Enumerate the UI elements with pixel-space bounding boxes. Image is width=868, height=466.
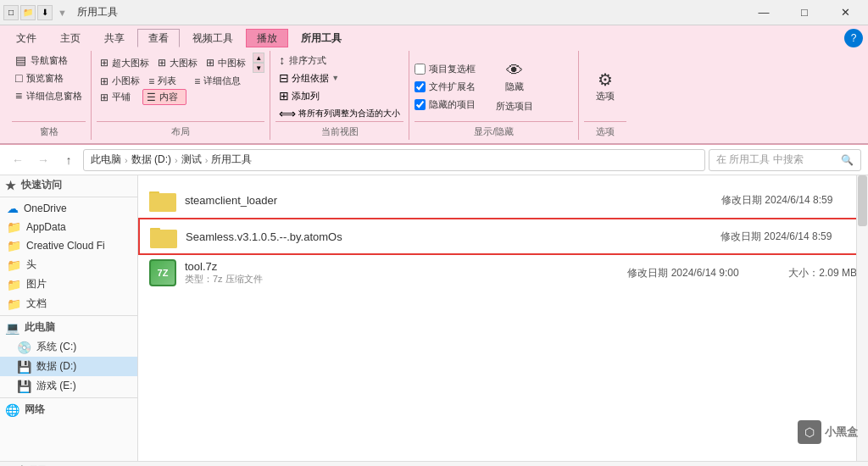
file-date-tool: 修改日期 2024/6/14 9:00	[627, 266, 763, 280]
up-button[interactable]: ↑	[58, 149, 80, 171]
sidebar-item-documents[interactable]: 📁 文档	[0, 294, 137, 313]
btn-nav-pane[interactable]: ▤ 导航窗格	[12, 53, 71, 68]
pictures-label: 图片	[26, 277, 47, 291]
sidebar-section-this-pc: 💻 此电脑	[0, 318, 137, 337]
group-label-current-view: 当前视图	[275, 121, 403, 138]
sidebar-item-head[interactable]: 📁 头	[0, 255, 137, 275]
scrollbar-thumb[interactable]	[858, 175, 867, 226]
sidebar-item-games-e[interactable]: 💾 游戏 (E:)	[0, 376, 137, 396]
btn-details-pane[interactable]: ≡ 详细信息窗格	[12, 88, 86, 103]
search-icon: 🔍	[841, 154, 854, 166]
onedrive-label: OneDrive	[24, 202, 67, 214]
ribbon-group-show-hide: 项目复选框 文件扩展名 隐藏的项目 👁 隐藏	[409, 51, 579, 140]
btn-medium[interactable]: ⊞ 中图标	[203, 56, 249, 70]
nav-bar: ← → ↑ 此电脑 › 数据 (D:) › 测试 › 所用工具 在 所用工具 中…	[0, 145, 868, 175]
file-item-tool[interactable]: 7Z tool.7z 类型：7z 压缩文件 修改日期 2024/6/14 9:0…	[138, 255, 868, 291]
tab-all-tools[interactable]: 所用工具	[290, 29, 353, 47]
sidebar-item-creative-cloud[interactable]: 📁 Creative Cloud Fi	[0, 236, 137, 255]
group-label-layout: 布局	[97, 121, 264, 138]
watermark-logo: ⬡	[798, 420, 821, 444]
qat-icon-2[interactable]: 📁	[20, 5, 36, 20]
7z-label: 7Z	[158, 268, 169, 278]
sidebar-item-pictures[interactable]: 📁 图片	[0, 275, 137, 294]
network-icon: 🌐	[5, 403, 19, 417]
file-name-steam: steamclient_loader	[185, 194, 713, 207]
tab-play[interactable]: 播放	[246, 29, 288, 47]
layout-scroll-down[interactable]: ▼	[253, 63, 264, 73]
nav-pane-icon: ▤	[15, 53, 26, 67]
search-placeholder: 在 所用工具 中搜索	[716, 153, 804, 167]
sidebar-item-data-d[interactable]: 💾 数据 (D:)	[0, 357, 137, 376]
layout-row-3: ⊞ 平铺 ☰ 内容	[97, 89, 264, 105]
btn-extra-large[interactable]: ⊞ 超大图标	[97, 56, 153, 70]
search-box[interactable]: 在 所用工具 中搜索 🔍	[709, 149, 861, 171]
head-icon: 📁	[7, 258, 21, 272]
sep-1: ›	[125, 155, 128, 165]
title-bar-left: □ 📁 ⬇ ▼ 所用工具	[3, 5, 118, 20]
appdata-icon: 📁	[7, 220, 21, 234]
file-item-seamless[interactable]: Seamless.v3.1.0.5.--.by.atomOs 修改日期 2024…	[138, 218, 868, 255]
forward-button[interactable]: →	[32, 149, 54, 171]
btn-preview-pane[interactable]: □ 预览窗格	[12, 70, 67, 86]
btn-tiles[interactable]: ⊞ 平铺	[97, 90, 141, 104]
btn-sort-by[interactable]: ↕ 排序方式	[275, 53, 330, 68]
checkbox-extensions[interactable]: 文件扩展名	[415, 80, 476, 94]
watermark: ⬡ 小黑盒	[798, 420, 858, 444]
btn-options[interactable]: ⚙ 选项	[584, 69, 626, 104]
btn-selected[interactable]: 所选项目	[492, 98, 537, 114]
file-meta-tool: 类型：7z 压缩文件	[185, 273, 619, 286]
quick-access-icon: ★	[5, 179, 16, 192]
btn-small[interactable]: ⊞ 小图标	[97, 74, 143, 88]
drive-e-icon: 💾	[17, 380, 31, 393]
maximize-button[interactable]: □	[785, 0, 824, 25]
address-bar[interactable]: 此电脑 › 数据 (D:) › 测试 › 所用工具	[83, 149, 705, 171]
help-button[interactable]: ?	[844, 29, 863, 47]
item-checkbox-input[interactable]	[415, 64, 426, 75]
file-info-seamless: Seamless.v3.1.0.5.--.by.atomOs	[186, 230, 712, 243]
options-icon: ⚙	[598, 71, 613, 88]
btn-auto-fit[interactable]: ⟺ 将所有列调整为合适的大小	[275, 106, 403, 121]
btn-list[interactable]: ≡ 列表	[145, 74, 189, 88]
qat-icon-3[interactable]: ⬇	[37, 5, 53, 20]
hidden-checkbox-input[interactable]	[415, 99, 426, 110]
checkbox-hidden[interactable]: 隐藏的项目	[415, 97, 476, 112]
head-label: 头	[26, 258, 36, 272]
tab-video-tools[interactable]: 视频工具	[181, 29, 244, 47]
btn-content[interactable]: ☰ 内容	[142, 89, 186, 105]
layout-row-2: ⊞ 小图标 ≡ 列表 ≡ 详细信息	[97, 74, 264, 88]
file-item-steam[interactable]: steamclient_loader 修改日期 2024/6/14 8:59	[138, 182, 868, 218]
checkbox-item[interactable]: 项目复选框	[415, 62, 476, 76]
btn-group-by[interactable]: ⊟ 分组依据 ▼	[275, 70, 342, 86]
btn-add-cols[interactable]: ⊞ 添加列	[275, 88, 323, 103]
back-button[interactable]: ←	[7, 149, 29, 171]
tab-file[interactable]: 文件	[5, 29, 47, 47]
sidebar-item-onedrive[interactable]: ☁ OneDrive	[0, 199, 137, 218]
svg-rect-5	[150, 230, 177, 248]
file-list-scrollbar[interactable]	[856, 175, 868, 461]
tab-share[interactable]: 共享	[93, 29, 136, 47]
btn-details[interactable]: ≡ 详细信息	[191, 74, 244, 88]
creative-cloud-label: Creative Cloud Fi	[26, 240, 105, 252]
watermark-logo-icon: ⬡	[804, 425, 815, 439]
title-bar: □ 📁 ⬇ ▼ 所用工具 — □ ✕	[0, 0, 868, 25]
ribbon-group-panes: ▤ 导航窗格 □ 预览窗格 ≡ 详细信息窗格 窗格	[7, 51, 92, 140]
tab-view[interactable]: 查看	[137, 29, 180, 47]
address-test: 测试	[181, 153, 202, 167]
this-pc-icon: 💻	[5, 321, 19, 335]
file-size-tool: 大小：2.09 MB	[788, 266, 857, 280]
qat-icon-1[interactable]: □	[3, 5, 19, 20]
btn-hide[interactable]: 👁 隐藏	[496, 60, 533, 95]
appdata-label: AppData	[26, 221, 66, 233]
layout-scroll-up[interactable]: ▲	[253, 53, 264, 63]
sidebar-item-appdata[interactable]: 📁 AppData	[0, 218, 137, 236]
tab-home[interactable]: 主页	[49, 29, 92, 47]
sidebar-item-system-c[interactable]: 💿 系统 (C:)	[0, 337, 137, 357]
extensions-checkbox-input[interactable]	[415, 81, 426, 92]
status-bar: 3 个项目 ≡ ⊞	[0, 461, 868, 466]
minimize-button[interactable]: —	[744, 0, 783, 25]
close-button[interactable]: ✕	[826, 0, 865, 25]
sep-2: ›	[175, 155, 178, 165]
add-cols-icon: ⊞	[279, 89, 289, 103]
btn-large[interactable]: ⊞ 大图标	[154, 56, 201, 70]
file-area: steamclient_loader 修改日期 2024/6/14 8:59 S…	[138, 175, 868, 461]
